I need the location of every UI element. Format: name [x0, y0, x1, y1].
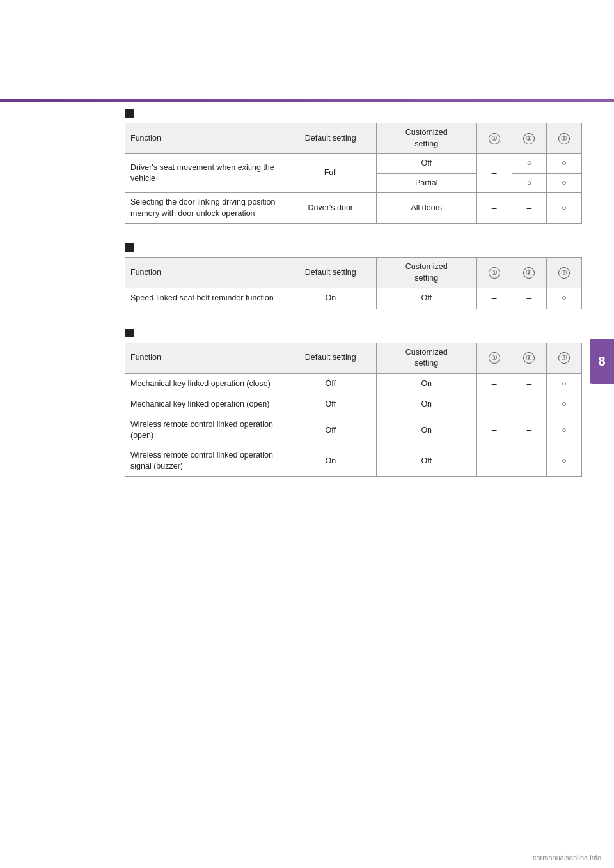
row2-custom: All doors	[376, 193, 476, 224]
circle-1: ①	[489, 352, 500, 364]
header-c3: ③	[547, 343, 582, 373]
row2-c2: –	[512, 193, 547, 224]
circle-1: ①	[489, 267, 500, 279]
row4-c3: ○	[547, 446, 582, 476]
row1-c1: –	[476, 373, 512, 394]
row1-function: Speed-linked seat belt reminder function	[125, 288, 285, 309]
section-3-table: Function Default setting Customizedsetti…	[125, 343, 582, 477]
row2-c1: –	[476, 394, 512, 415]
chapter-tab: 8	[590, 339, 614, 384]
header-c2: ②	[512, 258, 547, 288]
row2-c2: –	[512, 394, 547, 415]
footer-area: carmanualsonline.info	[0, 854, 614, 862]
row1-c3-top: ○	[547, 154, 582, 174]
section-2-header	[125, 243, 582, 252]
row1-custom-off: Off	[376, 154, 476, 174]
circle-2: ②	[523, 133, 535, 144]
row2-c1: –	[476, 193, 512, 224]
section-1-table: Function Default setting Customizedsetti…	[125, 123, 582, 224]
row2-function: Mechanical key linked operation (open)	[125, 394, 285, 415]
header-c2: ②	[512, 123, 547, 154]
row2-c3: ○	[547, 394, 582, 415]
table-row: Mechanical key linked operation (close) …	[125, 373, 582, 394]
row1-c1: –	[476, 288, 512, 309]
header-c1: ①	[476, 123, 512, 154]
table-row: Mechanical key linked operation (open) O…	[125, 394, 582, 415]
row4-c2: –	[512, 446, 547, 476]
content-area: Function Default setting Customizedsetti…	[125, 109, 582, 804]
page-container: 8 Function Default setting Customizedset…	[0, 0, 614, 868]
circle-1: ①	[489, 133, 500, 144]
row3-function: Wireless remote control linked operation…	[125, 415, 285, 446]
row1-c2-top: ○	[512, 154, 547, 174]
section-1-header	[125, 109, 582, 118]
circle-2: ②	[523, 267, 535, 279]
table-row: Wireless remote control linked operation…	[125, 446, 582, 476]
section-1-bullet	[125, 109, 134, 118]
row2-custom: On	[376, 394, 476, 415]
row4-default: On	[285, 446, 376, 476]
row1-custom: Off	[376, 288, 476, 309]
footer-watermark: carmanualsonline.info	[533, 854, 601, 862]
circle-2: ②	[523, 352, 535, 364]
section-3-bullet	[125, 329, 134, 337]
row4-c1: –	[476, 446, 512, 476]
circle-3: ③	[558, 352, 570, 364]
header-c3: ③	[547, 258, 582, 288]
section-3: Function Default setting Customizedsetti…	[125, 329, 582, 477]
row1-c3: ○	[547, 288, 582, 309]
header-c1: ①	[476, 258, 512, 288]
header-function: Function	[125, 123, 285, 154]
table-row: Selecting the door linking driving posit…	[125, 193, 582, 224]
header-default: Default setting	[285, 258, 376, 288]
section-2: Function Default setting Customizedsetti…	[125, 243, 582, 309]
row3-default: Off	[285, 415, 376, 446]
top-accent-bar	[0, 99, 614, 102]
header-default: Default setting	[285, 123, 376, 154]
chapter-number: 8	[598, 354, 605, 369]
section-2-bullet	[125, 243, 134, 252]
section-3-header	[125, 329, 582, 337]
row1-function: Driver's seat movement when exiting the …	[125, 154, 285, 193]
row1-custom-partial: Partial	[376, 173, 476, 193]
row3-c1: –	[476, 415, 512, 446]
circle-3: ③	[558, 133, 570, 144]
table-row: Speed-linked seat belt reminder function…	[125, 288, 582, 309]
table-row: Driver's seat movement when exiting the …	[125, 154, 582, 174]
row1-custom: On	[376, 373, 476, 394]
row1-function: Mechanical key linked operation (close)	[125, 373, 285, 394]
row1-default: Off	[285, 373, 376, 394]
row3-custom: On	[376, 415, 476, 446]
header-c1: ①	[476, 343, 512, 373]
header-c2: ②	[512, 343, 547, 373]
row2-default: Off	[285, 394, 376, 415]
row2-default: Driver's door	[285, 193, 376, 224]
circle-3: ③	[558, 267, 570, 279]
header-custom: Customizedsetting	[376, 258, 476, 288]
row1-c3: ○	[547, 373, 582, 394]
header-default: Default setting	[285, 343, 376, 373]
row3-c3: ○	[547, 415, 582, 446]
row1-c1: –	[476, 154, 512, 193]
section-1: Function Default setting Customizedsetti…	[125, 109, 582, 224]
row3-c2: –	[512, 415, 547, 446]
header-custom: Customizedsetting	[376, 123, 476, 154]
table-header-row: Function Default setting Customizedsetti…	[125, 343, 582, 373]
header-function: Function	[125, 343, 285, 373]
row1-c2-bot: ○	[512, 173, 547, 193]
table-row: Wireless remote control linked operation…	[125, 415, 582, 446]
row2-c3: ○	[547, 193, 582, 224]
header-custom: Customizedsetting	[376, 343, 476, 373]
row1-c3-bot: ○	[547, 173, 582, 193]
row1-c2: –	[512, 373, 547, 394]
row1-c2: –	[512, 288, 547, 309]
row4-custom: Off	[376, 446, 476, 476]
row4-function: Wireless remote control linked operation…	[125, 446, 285, 476]
header-c3: ③	[547, 123, 582, 154]
section-2-table: Function Default setting Customizedsetti…	[125, 257, 582, 309]
row2-function: Selecting the door linking driving posit…	[125, 193, 285, 224]
row1-default: Full	[285, 154, 376, 193]
table-header-row: Function Default setting Customizedsetti…	[125, 258, 582, 288]
header-function: Function	[125, 258, 285, 288]
row1-default: On	[285, 288, 376, 309]
